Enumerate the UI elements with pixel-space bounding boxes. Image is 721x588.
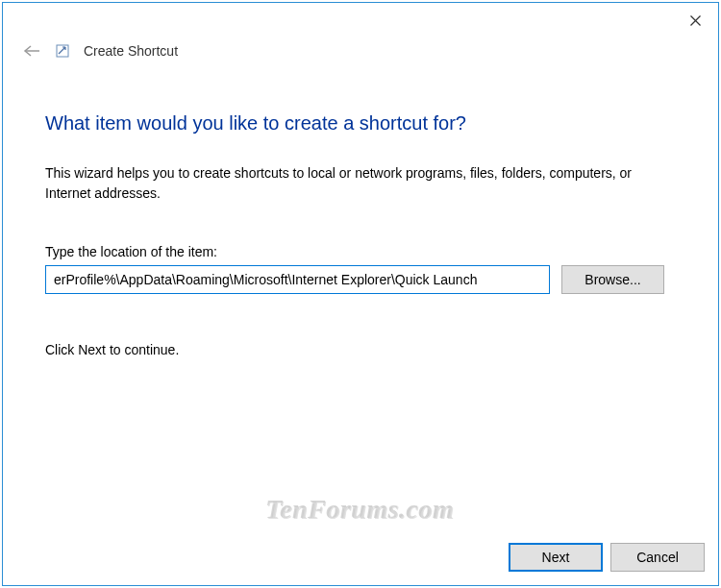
create-shortcut-dialog: Create Shortcut What item would you like… [2, 2, 719, 586]
close-icon [690, 15, 701, 26]
close-button[interactable] [684, 11, 707, 30]
dialog-title: Create Shortcut [84, 43, 178, 59]
cancel-button[interactable]: Cancel [610, 543, 705, 572]
next-button[interactable]: Next [509, 543, 603, 572]
back-button[interactable] [22, 41, 41, 61]
continue-text: Click Next to continue. [45, 342, 676, 357]
input-row: Browse... [45, 265, 676, 294]
titlebar [3, 3, 718, 34]
description-text: This wizard helps you to create shortcut… [45, 163, 676, 204]
dialog-footer: Next Cancel [3, 529, 718, 585]
location-label: Type the location of the item: [45, 244, 676, 259]
page-heading: What item would you like to create a sho… [45, 112, 676, 135]
browse-button[interactable]: Browse... [561, 265, 664, 294]
header-row: Create Shortcut [3, 34, 718, 68]
shortcut-icon [55, 43, 70, 59]
back-arrow-icon [23, 44, 40, 58]
location-input[interactable] [45, 265, 550, 294]
content-area: What item would you like to create a sho… [3, 68, 718, 529]
